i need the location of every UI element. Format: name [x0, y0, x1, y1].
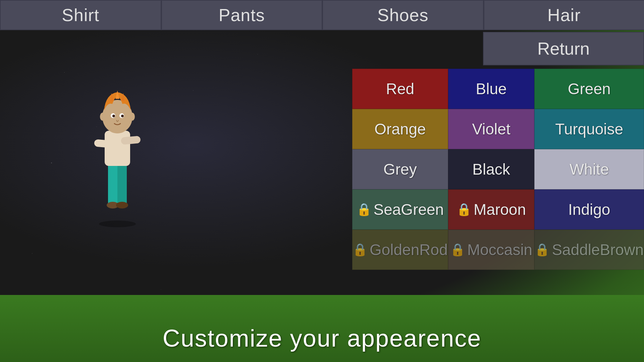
character-display	[67, 67, 168, 235]
lock-icon-maroon: 🔒	[457, 202, 472, 217]
character-figure	[80, 74, 154, 228]
color-black[interactable]: Black	[448, 149, 535, 189]
lock-icon-seagreen: 🔒	[357, 202, 372, 217]
svg-rect-5	[105, 131, 130, 166]
tab-shirt[interactable]: Shirt	[0, 0, 161, 30]
svg-point-17	[100, 113, 105, 121]
bottom-text-area: Customize your appearence	[0, 324, 644, 352]
lock-icon-moccasin: 🔒	[450, 243, 465, 257]
color-violet[interactable]: Violet	[448, 109, 535, 149]
color-moccasin[interactable]: 🔒 Moccasin	[448, 230, 535, 270]
tab-hair[interactable]: Hair	[484, 0, 644, 30]
color-orange[interactable]: Orange	[352, 109, 448, 149]
color-grid: Red Blue Green Orange Violet Turquoise G…	[352, 69, 644, 270]
color-white[interactable]: White	[534, 149, 644, 189]
tab-shoes[interactable]: Shoes	[322, 0, 484, 30]
svg-point-0	[99, 221, 136, 227]
color-grey[interactable]: Grey	[352, 149, 448, 189]
svg-point-16	[121, 115, 124, 117]
top-nav: Shirt Pants Shoes Hair	[0, 0, 644, 30]
color-blue[interactable]: Blue	[448, 69, 535, 109]
svg-point-18	[129, 113, 135, 121]
return-button[interactable]: Return	[483, 32, 644, 65]
tab-pants[interactable]: Pants	[161, 0, 323, 30]
color-indigo[interactable]: Indigo	[534, 189, 644, 230]
color-red[interactable]: Red	[352, 69, 448, 109]
color-turquoise[interactable]: Turquoise	[534, 109, 644, 149]
color-seagreen[interactable]: 🔒 SeaGreen	[352, 189, 448, 230]
svg-rect-2	[117, 161, 127, 204]
color-saddlebrown[interactable]: 🔒 SaddleBrown	[534, 230, 644, 270]
svg-point-15	[112, 115, 115, 117]
color-goldenrod[interactable]: 🔒 GoldenRod	[352, 230, 448, 270]
color-green[interactable]: Green	[534, 69, 644, 109]
lock-icon-saddlebrown: 🔒	[535, 243, 550, 257]
lock-icon-goldenrod: 🔒	[353, 243, 368, 257]
svg-point-4	[116, 202, 128, 208]
svg-rect-1	[108, 161, 117, 204]
color-maroon[interactable]: 🔒 Maroon	[448, 189, 535, 230]
